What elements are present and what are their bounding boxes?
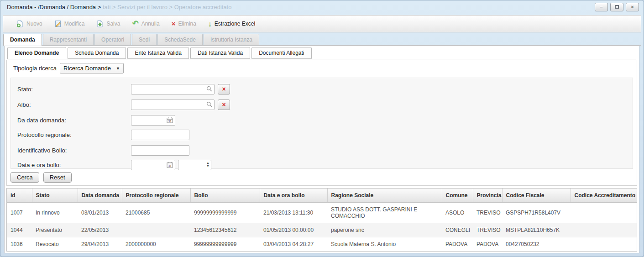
cell-ragione-sociale: STUDIO ASS DOTT. GASPARINI E COMACCHIO bbox=[327, 203, 442, 223]
svg-text:31: 31 bbox=[168, 119, 172, 122]
tab-rappresentanti[interactable]: Rappresentanti bbox=[43, 34, 94, 45]
estrazione-excel-button[interactable]: ↓ Estrazione Excel bbox=[202, 19, 261, 29]
identificativo-bollo-input[interactable] bbox=[131, 145, 189, 156]
search-actions: Cerca Reset bbox=[10, 172, 72, 183]
column-header-comune[interactable]: Comune bbox=[442, 189, 473, 203]
cell-comune: PADOVA bbox=[442, 237, 473, 252]
cell-data-e-ora-bollo: 21/03/2013 13:11:30 bbox=[260, 203, 327, 223]
cell-codice-fiscale: MSTPLA82L10H657K bbox=[502, 223, 571, 237]
svg-text:31: 31 bbox=[168, 164, 172, 167]
stato-row: Stato: × bbox=[15, 84, 629, 94]
spinner-up-icon[interactable]: ▲ bbox=[206, 161, 209, 164]
tipologia-ricerca-label: Tipologia ricerca bbox=[13, 65, 57, 72]
stato-input[interactable] bbox=[131, 84, 215, 94]
search-icon[interactable] bbox=[206, 101, 212, 107]
close-button[interactable]: × bbox=[626, 3, 639, 11]
annulla-button[interactable]: ↶ Annulla bbox=[126, 19, 165, 29]
tab-documenti-allegati[interactable]: Documenti Allegati bbox=[251, 47, 311, 59]
new-document-icon bbox=[16, 20, 24, 27]
protocollo-regionale-label: Protocollo regionale: bbox=[15, 131, 131, 138]
table-row[interactable]: 1044 Presentato 22/05/2013 1234561234561… bbox=[7, 223, 637, 237]
calendar-icon[interactable]: 31 bbox=[167, 162, 173, 168]
da-data-domanda-row: Da data domanda: 31 bbox=[15, 115, 629, 126]
elimina-label: Elimina bbox=[178, 21, 196, 27]
cell-stato: In rinnovo bbox=[32, 203, 78, 223]
minimize-icon: – bbox=[600, 4, 602, 10]
tab-scheda-domanda-label: Scheda Domanda bbox=[75, 50, 119, 56]
tab-documenti-allegati-label: Documenti Allegati bbox=[259, 50, 304, 56]
tab-ente-istanza-valida[interactable]: Ente Istanza Valida bbox=[127, 47, 189, 59]
modifica-button[interactable]: Modifica bbox=[48, 18, 91, 29]
spinner-down-icon[interactable]: ▼ bbox=[206, 164, 209, 168]
cell-stato: Presentato bbox=[32, 223, 78, 237]
cell-provincia: TREVISO bbox=[473, 223, 502, 237]
cell-protocollo-regionale: 21000685 bbox=[122, 203, 190, 223]
tab-sedi[interactable]: Sedi bbox=[132, 34, 157, 45]
search-form: Stato: × Albo: bbox=[10, 78, 633, 169]
stato-label: Stato: bbox=[15, 86, 131, 93]
search-panel: Tipologia ricerca Ricerca Domande ▼ Stat… bbox=[6, 60, 637, 186]
tab-elenco-domande-label: Elenco Domande bbox=[15, 50, 59, 56]
albo-clear-button[interactable]: × bbox=[218, 100, 230, 110]
column-header-stato[interactable]: Stato bbox=[32, 189, 78, 203]
nuovo-label: Nuovo bbox=[26, 21, 42, 27]
breadcrumb-faded-text: tati > Servizi per il lavoro > Operatore… bbox=[103, 4, 232, 10]
column-header-ragione-sociale[interactable]: Ragione Sociale bbox=[327, 189, 442, 203]
tab-elenco-domande[interactable]: Elenco Domande bbox=[7, 47, 66, 59]
table-row[interactable]: 1036 Revocato 29/04/2013 2000000000 9999… bbox=[7, 237, 637, 252]
cell-data-domanda: 03/01/2013 bbox=[78, 203, 122, 223]
salva-label: Salva bbox=[106, 21, 120, 27]
tab-schedasede[interactable]: SchedaSede bbox=[157, 34, 203, 45]
window-title-text: Domanda - /Domanda / Domanda > bbox=[7, 4, 101, 10]
column-header-data-domanda[interactable]: Data domanda bbox=[78, 189, 122, 203]
nuovo-button[interactable]: Nuovo bbox=[10, 18, 48, 29]
column-header-data-e-ora-bollo[interactable]: Data e ora bollo bbox=[260, 189, 327, 203]
cerca-button[interactable]: Cerca bbox=[10, 172, 39, 183]
undo-icon: ↶ bbox=[132, 21, 138, 27]
maximize-button[interactable] bbox=[610, 3, 623, 11]
tipologia-ricerca-select[interactable]: Ricerca Domande ▼ bbox=[60, 63, 124, 73]
cell-codice-accreditamento bbox=[571, 237, 637, 252]
column-header-id[interactable]: id bbox=[7, 189, 32, 203]
cell-data-e-ora-bollo: 03/04/2013 04:28:27 bbox=[260, 237, 327, 252]
cell-bollo: 99999999999999 bbox=[190, 203, 260, 223]
chevron-down-icon: ▼ bbox=[116, 66, 120, 71]
cell-bollo: 12345612345612 bbox=[190, 223, 260, 237]
elimina-button[interactable]: × Elimina bbox=[166, 19, 202, 29]
salva-button[interactable]: Salva bbox=[90, 18, 126, 29]
protocollo-regionale-input[interactable] bbox=[131, 130, 189, 140]
tab-rappresentanti-label: Rappresentanti bbox=[50, 37, 87, 43]
cell-protocollo-regionale bbox=[122, 223, 190, 237]
calendar-icon[interactable]: 31 bbox=[167, 117, 173, 123]
search-icon[interactable] bbox=[206, 86, 212, 92]
albo-row: Albo: × bbox=[15, 99, 629, 110]
modifica-label: Modifica bbox=[64, 21, 85, 27]
minimize-button[interactable]: – bbox=[595, 3, 608, 11]
stato-lookup bbox=[131, 84, 215, 94]
table-row[interactable]: 1007 In rinnovo 03/01/2013 21000685 9999… bbox=[7, 203, 637, 223]
maximize-icon bbox=[615, 5, 619, 9]
column-header-provincia[interactable]: Provincia bbox=[473, 189, 502, 203]
results-table: id Stato Data domanda Protocollo regiona… bbox=[7, 189, 637, 251]
tab-operatori[interactable]: Operatori bbox=[94, 34, 131, 45]
tab-scheda-domanda[interactable]: Scheda Domanda bbox=[68, 47, 126, 59]
delete-icon: × bbox=[172, 21, 176, 27]
da-data-domanda-field: 31 bbox=[131, 115, 175, 126]
tab-domanda[interactable]: Domanda bbox=[3, 34, 42, 46]
column-header-codice-fiscale[interactable]: Codice Fiscale bbox=[502, 189, 571, 203]
stato-clear-button[interactable]: × bbox=[218, 84, 230, 94]
tab-dati-istanza-valida[interactable]: Dati Istanza Valida bbox=[190, 47, 250, 59]
column-header-bollo[interactable]: Bollo bbox=[190, 189, 260, 203]
ora-bollo-field: ▲ ▼ bbox=[178, 160, 211, 170]
column-header-codice-accreditamento[interactable]: Codice Accreditamento bbox=[571, 189, 637, 203]
tab-dati-istanza-valida-label: Dati Istanza Valida bbox=[198, 50, 243, 56]
table-header-row: id Stato Data domanda Protocollo regiona… bbox=[7, 189, 637, 203]
tab-sedi-label: Sedi bbox=[139, 37, 150, 43]
reset-button[interactable]: Reset bbox=[43, 172, 72, 183]
tab-istruttoria-istanza[interactable]: Istruttoria Istanza bbox=[204, 34, 259, 45]
protocollo-regionale-row: Protocollo regionale: bbox=[15, 129, 629, 140]
albo-input[interactable] bbox=[131, 100, 215, 110]
tipologia-ricerca-value: Ricerca Domande bbox=[63, 65, 111, 72]
column-header-protocollo-regionale[interactable]: Protocollo regionale bbox=[122, 189, 190, 203]
cell-data-e-ora-bollo: 01/05/2013 00:00:00 bbox=[260, 223, 327, 237]
